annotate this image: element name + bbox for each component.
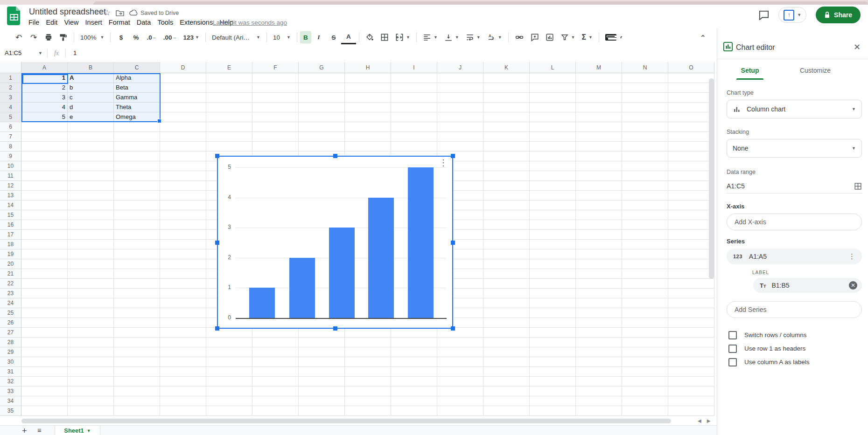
cell-D15[interactable] [160, 210, 206, 220]
row-header-9[interactable]: 9 [0, 152, 21, 161]
cell-O26[interactable] [668, 318, 714, 328]
insert-comment-button[interactable] [527, 31, 542, 43]
cell-K2[interactable] [483, 83, 530, 93]
checkbox-0[interactable] [728, 331, 737, 339]
cell-A7[interactable] [21, 132, 68, 142]
cell-F8[interactable] [252, 142, 299, 152]
saved-status[interactable]: Saved to Drive [129, 10, 179, 16]
hide-menus-button[interactable]: ⌃ [700, 34, 706, 42]
cell-I5[interactable] [391, 112, 437, 122]
cell-K25[interactable] [483, 308, 530, 318]
cell-N2[interactable] [622, 83, 668, 93]
cell-J33[interactable] [437, 387, 483, 396]
cell-F30[interactable] [252, 357, 299, 367]
cell-O34[interactable] [668, 396, 714, 406]
cell-D32[interactable] [160, 377, 206, 387]
cell-M2[interactable] [576, 83, 622, 93]
cell-D5[interactable] [160, 112, 206, 122]
cell-I35[interactable] [391, 406, 437, 416]
cell-O1[interactable] [668, 73, 714, 83]
cell-K14[interactable] [483, 200, 530, 210]
cell-C32[interactable] [114, 377, 160, 387]
cell-N9[interactable] [622, 152, 668, 161]
input-tools-button[interactable]: ▼ [602, 31, 626, 43]
column-header-A[interactable]: A [21, 62, 68, 73]
cell-A5[interactable]: 5 [21, 112, 68, 122]
cell-B19[interactable] [68, 249, 114, 259]
row-header-11[interactable]: 11 [0, 171, 21, 181]
cell-I8[interactable] [391, 142, 437, 152]
cell-L14[interactable] [530, 200, 576, 210]
cell-E30[interactable] [206, 357, 252, 367]
cell-N19[interactable] [622, 249, 668, 259]
cell-N17[interactable] [622, 230, 668, 240]
cell-L9[interactable] [530, 152, 576, 161]
cell-H3[interactable] [345, 93, 391, 103]
cell-M16[interactable] [576, 220, 622, 230]
chart-handle-nw[interactable] [215, 154, 219, 158]
cell-M34[interactable] [576, 396, 622, 406]
row-header-21[interactable]: 21 [0, 269, 21, 279]
cell-L4[interactable] [530, 103, 576, 112]
cell-L32[interactable] [530, 377, 576, 387]
bar-d[interactable] [368, 198, 394, 318]
cell-C19[interactable] [114, 249, 160, 259]
cell-M33[interactable] [576, 387, 622, 396]
cell-L27[interactable] [530, 328, 576, 338]
cell-I28[interactable] [391, 338, 437, 347]
cell-A19[interactable] [21, 249, 68, 259]
cell-C17[interactable] [114, 230, 160, 240]
undo-button[interactable]: ↶ [11, 31, 26, 43]
cell-B22[interactable] [68, 279, 114, 289]
cell-C14[interactable] [114, 200, 160, 210]
cell-O25[interactable] [668, 308, 714, 318]
select-all-corner[interactable] [0, 62, 21, 73]
cell-E3[interactable] [206, 93, 252, 103]
cell-K18[interactable] [483, 240, 530, 249]
cell-C34[interactable] [114, 396, 160, 406]
cell-L20[interactable] [530, 259, 576, 269]
cell-D21[interactable] [160, 269, 206, 279]
cell-A32[interactable] [21, 377, 68, 387]
cell-B26[interactable] [68, 318, 114, 328]
cell-C33[interactable] [114, 387, 160, 396]
cell-A16[interactable] [21, 220, 68, 230]
row-header-6[interactable]: 6 [0, 122, 21, 132]
cell-C15[interactable] [114, 210, 160, 220]
cell-J34[interactable] [437, 396, 483, 406]
cell-F27[interactable] [252, 328, 299, 338]
paint-format-button[interactable] [56, 31, 71, 43]
cell-L31[interactable] [530, 367, 576, 377]
cell-A26[interactable] [21, 318, 68, 328]
cell-C20[interactable] [114, 259, 160, 269]
cell-A22[interactable] [21, 279, 68, 289]
cell-F7[interactable] [252, 132, 299, 142]
series-label-row-b1b5[interactable]: TT B1:B5 ✕ [753, 278, 862, 293]
cell-M31[interactable] [576, 367, 622, 377]
cell-A33[interactable] [21, 387, 68, 396]
cell-B9[interactable] [68, 152, 114, 161]
cell-A4[interactable]: 4 [21, 103, 68, 112]
cell-N11[interactable] [622, 171, 668, 181]
merge-cells-button[interactable]: ▼ [392, 31, 413, 43]
cell-M27[interactable] [576, 328, 622, 338]
cell-E31[interactable] [206, 367, 252, 377]
cell-I29[interactable] [391, 347, 437, 357]
row-header-27[interactable]: 27 [0, 328, 21, 338]
cell-A29[interactable] [21, 347, 68, 357]
cell-K10[interactable] [483, 161, 530, 171]
vertical-scrollbar[interactable] [709, 78, 714, 279]
cell-M12[interactable] [576, 181, 622, 191]
cell-D6[interactable] [160, 122, 206, 132]
sheets-logo-icon[interactable] [7, 7, 21, 25]
cell-E7[interactable] [206, 132, 252, 142]
cell-B14[interactable] [68, 200, 114, 210]
chart-handle-w[interactable] [215, 241, 219, 245]
cell-C35[interactable] [114, 406, 160, 416]
chart-handle-se[interactable] [451, 326, 455, 331]
cell-K21[interactable] [483, 269, 530, 279]
cell-J5[interactable] [437, 112, 483, 122]
cell-M5[interactable] [576, 112, 622, 122]
document-title[interactable]: Untitled spreadsheet [29, 7, 106, 17]
cell-K22[interactable] [483, 279, 530, 289]
